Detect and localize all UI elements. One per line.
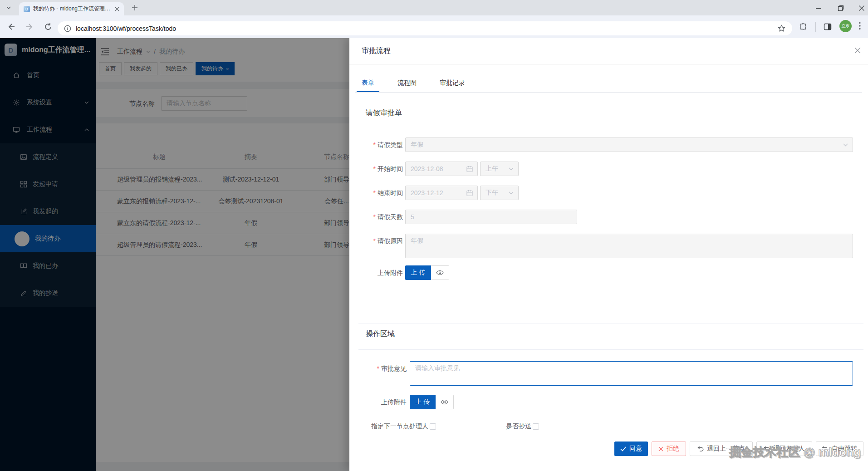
section-divider (358, 125, 863, 125)
field-label: 请假天数 (378, 213, 403, 221)
check-icon (620, 446, 626, 451)
section-divider (358, 349, 863, 350)
input-value: 5 (411, 213, 414, 221)
eye-icon (436, 270, 444, 275)
browser-profile-avatar[interactable]: 立东 (839, 20, 852, 32)
tab-favicon-icon: D (24, 6, 30, 12)
approval-drawer: 审批流程 表单 流程图 审批记录 请假审批单 *请假类型 年假 *开始时间 20 (349, 38, 868, 471)
tab-approval-record[interactable]: 审批记录 (435, 70, 470, 93)
toolbar-divider (815, 22, 816, 32)
reason-textarea[interactable]: 年假 (405, 234, 853, 258)
days-input[interactable]: 5 (405, 210, 577, 224)
field-label: 请假原因 (378, 237, 403, 245)
required-mark: * (377, 365, 379, 372)
field-label: 审批意见 (381, 365, 407, 372)
reload-icon[interactable] (44, 22, 53, 31)
back-icon[interactable] (6, 22, 15, 31)
field-label: 上传附件 (381, 398, 407, 406)
select-value: 年假 (411, 141, 423, 149)
field-label: 请假类型 (378, 141, 403, 148)
form-item-reason: *请假原因 年假 (349, 234, 853, 258)
field-label: 结束时间 (378, 189, 403, 196)
site-info-icon[interactable] (64, 25, 71, 32)
tab-form[interactable]: 表单 (357, 70, 379, 93)
assign-next-checkbox-item: 指定下一节点处理人 (371, 422, 436, 431)
chevron-down-icon (509, 191, 514, 195)
window-close-icon[interactable] (858, 5, 865, 11)
required-mark: * (373, 213, 376, 221)
chevron-down-icon (843, 143, 848, 147)
window-minimize-icon[interactable] (815, 5, 822, 11)
agree-button[interactable]: 同意 (614, 442, 648, 456)
end-date-input[interactable]: 2023-12-12 (405, 186, 478, 200)
start-period-select[interactable]: 上午 (480, 162, 519, 176)
form-section-title: 请假审批单 (366, 108, 402, 118)
watermark: 掘金技术社区 @ mldong (729, 444, 861, 460)
assign-next-checkbox[interactable] (430, 423, 436, 430)
rollback-icon (697, 446, 704, 451)
form-item-days: *请假天数 5 (349, 210, 577, 224)
form-item-end-time: *结束时间 2023-12-12 下午 (349, 186, 519, 200)
upload-button[interactable]: 上 传 (405, 265, 431, 280)
select-value: 上午 (485, 165, 498, 173)
leave-type-select[interactable]: 年假 (405, 137, 853, 152)
eye-icon (441, 399, 448, 405)
end-period-select[interactable]: 下午 (480, 186, 519, 200)
required-mark: * (373, 165, 376, 172)
select-value: 下午 (485, 189, 498, 197)
required-mark: * (373, 189, 376, 196)
tab-close-icon[interactable] (115, 7, 119, 11)
tab-flowchart[interactable]: 流程图 (392, 70, 422, 93)
forward-icon[interactable] (25, 22, 34, 31)
address-bar[interactable]: localhost:3100/wf/processTask/todo (58, 21, 792, 35)
copy-to-checkbox-item: 是否抄送 (506, 422, 539, 431)
app-page: D mldong工作流管理... 首页 系统设置 工作流程 (0, 38, 868, 471)
date-value: 2023-12-08 (411, 165, 443, 172)
action-section-title: 操作区域 (366, 329, 395, 339)
form-item-upload: 上传附件 上 传 (349, 265, 449, 280)
tab-title: 我的待办 - mldong工作流管理… (33, 5, 110, 13)
copy-to-checkbox[interactable] (533, 423, 539, 430)
required-mark: * (373, 141, 376, 148)
start-date-input[interactable]: 2023-12-08 (405, 162, 478, 176)
form-item-leave-type: *请假类型 年假 (349, 137, 853, 152)
date-value: 2023-12-12 (411, 189, 443, 196)
textarea-placeholder: 请输入审批意见 (415, 364, 460, 373)
field-label: 上传附件 (378, 269, 403, 276)
form-item-start-time: *开始时间 2023-12-08 上午 (349, 162, 519, 176)
extensions-icon[interactable] (799, 23, 808, 31)
browser-toolbar: localhost:3100/wf/processTask/todo 立东 (0, 15, 868, 38)
new-tab-icon[interactable] (132, 5, 138, 11)
preview-eye-button[interactable] (436, 395, 454, 409)
opinion-textarea[interactable]: 请输入审批意见 (410, 361, 853, 386)
bookmark-star-icon[interactable] (777, 24, 786, 33)
browser-menu-icon[interactable] (859, 22, 861, 30)
close-icon[interactable] (854, 47, 862, 55)
checkbox-label: 指定下一节点处理人 (371, 422, 428, 431)
drawer-header: 审批流程 (349, 38, 868, 64)
side-panel-icon[interactable] (824, 23, 832, 31)
upload-button[interactable]: 上 传 (410, 395, 436, 409)
calendar-icon (466, 166, 473, 172)
browser-chrome: D 我的待办 - mldong工作流管理… localhost:3100/wf/… (0, 0, 868, 38)
url-text: localhost:3100/wf/processTask/todo (76, 25, 176, 32)
chevron-down-icon (509, 167, 514, 171)
reject-button[interactable]: 拒绝 (652, 442, 686, 456)
required-mark: * (373, 237, 376, 245)
window-restore-icon[interactable] (838, 5, 844, 11)
drawer-mask[interactable] (0, 38, 349, 471)
field-label: 开始时间 (378, 165, 403, 172)
drawer-tabs: 表单 流程图 审批记录 (357, 70, 470, 93)
close-icon (658, 446, 663, 451)
checkbox-label: 是否抄送 (506, 422, 531, 431)
tab-search-icon[interactable] (5, 5, 12, 11)
tabs-divider (355, 92, 862, 93)
calendar-icon (466, 190, 473, 196)
drawer-title: 审批流程 (362, 46, 391, 56)
browser-tab[interactable]: D 我的待办 - mldong工作流管理… (19, 2, 124, 15)
section-divider (358, 324, 863, 324)
preview-eye-button[interactable] (431, 265, 449, 280)
form-item-opinion: *审批意见 请输入审批意见 (349, 361, 853, 386)
textarea-value: 年假 (411, 237, 423, 245)
action-item-upload: 上传附件 上 传 (349, 395, 454, 409)
